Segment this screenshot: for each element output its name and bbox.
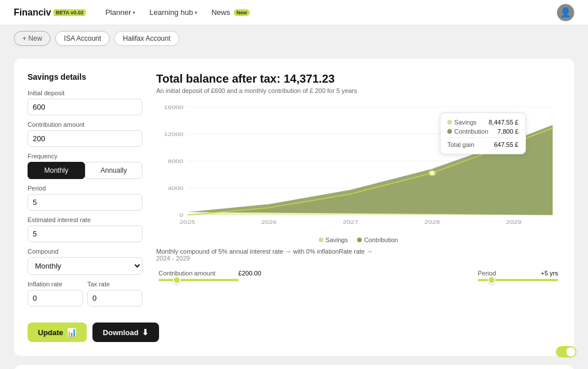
contribution-amount-group: Contribution amount bbox=[28, 121, 142, 147]
tab-isa-account[interactable]: ISA Account bbox=[55, 31, 110, 46]
svg-point-10 bbox=[429, 170, 435, 175]
savings-form: Savings details Initial deposit Contribu… bbox=[28, 72, 142, 312]
chart-subtitle: An initial deposit of £600 and a monthly… bbox=[156, 87, 560, 94]
period-slider[interactable] bbox=[478, 279, 558, 281]
chart-tooltip: Savings 8,447.55 £ Contribution 7,800 £ bbox=[440, 112, 526, 154]
interest-rate-input[interactable] bbox=[28, 226, 142, 242]
inflation-rate-input[interactable] bbox=[28, 290, 83, 306]
download-icon: ⬇ bbox=[142, 328, 149, 337]
tooltip-savings-label: Savings bbox=[447, 119, 477, 126]
period-input[interactable] bbox=[28, 194, 142, 211]
frequency-label: Frequency bbox=[28, 153, 142, 160]
nav-planner[interactable]: Planner ▾ bbox=[99, 5, 141, 20]
tooltip-savings-value: 8,447.55 £ bbox=[489, 119, 519, 126]
svg-text:12000: 12000 bbox=[164, 131, 184, 137]
chart-legend: Savings Contribution bbox=[156, 236, 560, 243]
contribution-amount-label: Contribution amount bbox=[28, 121, 142, 128]
tooltip-contribution-value: 7,800 £ bbox=[497, 128, 519, 135]
inflation-rate-group: Inflation rate bbox=[28, 281, 83, 306]
chart-section: Total balance after tax: 14,371.23 An in… bbox=[156, 72, 560, 312]
svg-text:2026: 2026 bbox=[261, 219, 277, 225]
nav-learning-hub[interactable]: Learning hub ▾ bbox=[144, 5, 203, 20]
new-account-button[interactable]: + New bbox=[14, 31, 51, 46]
tabs-bar: + New ISA Account Halifax Account bbox=[0, 25, 588, 52]
frequency-annually-button[interactable]: Annually bbox=[85, 162, 142, 179]
chart-note: Monthly compound of 5% annual interest r… bbox=[156, 248, 560, 255]
compound-select[interactable]: Monthly Annually Daily bbox=[28, 257, 142, 275]
svg-text:4000: 4000 bbox=[168, 185, 183, 191]
contribution-slider[interactable] bbox=[158, 279, 239, 281]
toggle-knob bbox=[566, 347, 575, 356]
contribution-slider-group: Contribution amount £200.00 bbox=[158, 270, 261, 281]
svg-text:2028: 2028 bbox=[424, 219, 440, 225]
brand-name: Financiv bbox=[14, 7, 51, 18]
contribution-slider-value: £200.00 bbox=[238, 270, 261, 277]
period-label: Period bbox=[28, 185, 142, 192]
svg-text:2027: 2027 bbox=[343, 219, 358, 225]
chart-container: 16000 12000 8000 4000 0 bbox=[156, 101, 560, 233]
brand-logo: Financiv BETA v0.02 bbox=[14, 7, 86, 18]
initial-deposit-group: Initial deposit bbox=[28, 90, 142, 115]
frequency-group: Frequency Monthly Annually bbox=[28, 153, 142, 179]
buttons-row: Update 📊 Download ⬇ bbox=[28, 323, 560, 342]
main-content: Savings details Initial deposit Contribu… bbox=[0, 52, 588, 369]
inflation-rate-label: Inflation rate bbox=[28, 281, 83, 288]
tooltip-total-row: Total gain 647.55 £ bbox=[447, 137, 519, 148]
tax-rate-label: Tax rate bbox=[87, 281, 142, 288]
navbar: Financiv BETA v0.02 Planner ▾ Learning h… bbox=[0, 0, 588, 25]
tab-halifax-account[interactable]: Halifax Account bbox=[114, 31, 179, 46]
savings-title: Savings details bbox=[28, 72, 142, 81]
compound-label: Compound bbox=[28, 248, 142, 255]
interest-rate-group: Estimated interest rate bbox=[28, 216, 142, 242]
user-avatar[interactable]: 👤 bbox=[557, 4, 574, 21]
compound-group: Compound Monthly Annually Daily bbox=[28, 248, 142, 275]
chart-title: Total balance after tax: 14,371.23 bbox=[156, 72, 560, 86]
svg-text:0: 0 bbox=[180, 212, 184, 217]
news-badge: New bbox=[234, 9, 250, 16]
savings-layout: Savings details Initial deposit Contribu… bbox=[28, 72, 560, 312]
svg-text:2029: 2029 bbox=[506, 219, 521, 225]
period-group: Period bbox=[28, 185, 142, 211]
initial-deposit-input[interactable] bbox=[28, 99, 142, 115]
tooltip-savings-row: Savings 8,447.55 £ bbox=[447, 119, 519, 126]
savings-dot-icon bbox=[447, 120, 452, 125]
initial-deposit-label: Initial deposit bbox=[28, 90, 142, 96]
brand-beta: BETA v0.02 bbox=[53, 9, 86, 16]
chart-years: 2024 - 2029 bbox=[156, 255, 560, 262]
dark-mode-toggle[interactable] bbox=[556, 346, 577, 358]
legend-savings: Savings bbox=[319, 236, 348, 243]
frequency-monthly-button[interactable]: Monthly bbox=[28, 162, 85, 179]
download-button[interactable]: Download ⬇ bbox=[92, 323, 159, 342]
period-slider-group: Period +5 yrs bbox=[478, 270, 558, 281]
interest-rate-label: Estimated interest rate bbox=[28, 216, 142, 223]
page-toggle bbox=[556, 346, 577, 358]
sliders-row: Contribution amount £200.00 Period +5 yr… bbox=[156, 270, 560, 281]
tooltip-contribution-label: Contribution bbox=[447, 128, 488, 135]
rates-row: Inflation rate Tax rate bbox=[28, 281, 142, 312]
frequency-toggle: Monthly Annually bbox=[28, 162, 142, 179]
savings-legend-dot-icon bbox=[319, 238, 323, 242]
tooltip-total-value: 647.55 £ bbox=[494, 141, 519, 148]
nav-items: Planner ▾ Learning hub ▾ News New bbox=[99, 5, 557, 20]
contribution-amount-input[interactable] bbox=[28, 130, 142, 147]
svg-text:2025: 2025 bbox=[180, 219, 195, 225]
planner-chevron-icon: ▾ bbox=[133, 10, 136, 15]
contribution-legend-dot-icon bbox=[357, 238, 362, 242]
guide-card: Guide bbox=[14, 365, 574, 369]
tax-rate-input[interactable] bbox=[87, 290, 142, 306]
tooltip-contribution-row: Contribution 7,800 £ bbox=[447, 128, 519, 135]
update-button[interactable]: Update 📊 bbox=[28, 323, 87, 342]
tooltip-total-label: Total gain bbox=[447, 141, 474, 148]
legend-contribution: Contribution bbox=[357, 236, 398, 243]
contribution-dot-icon bbox=[447, 129, 452, 134]
update-icon: 📊 bbox=[67, 328, 76, 337]
nav-news[interactable]: News New bbox=[206, 5, 256, 20]
tax-rate-group: Tax rate bbox=[87, 281, 142, 306]
savings-card: Savings details Initial deposit Contribu… bbox=[14, 59, 574, 356]
svg-text:16000: 16000 bbox=[164, 104, 184, 110]
svg-text:8000: 8000 bbox=[168, 158, 183, 164]
learning-chevron-icon: ▾ bbox=[195, 10, 198, 15]
